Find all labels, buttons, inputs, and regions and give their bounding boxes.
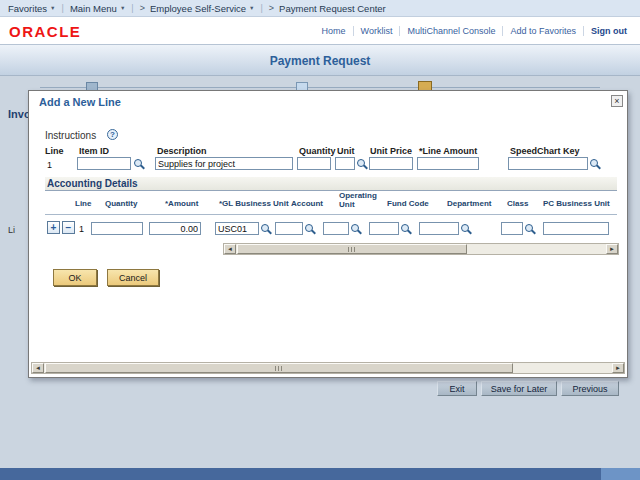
- add-new-line-modal: Add a New Line × Instructions ? Line Ite…: [28, 90, 628, 378]
- chevron-down-icon: ▼: [50, 5, 55, 11]
- application-window: Favorites ▼ | Main Menu ▼ | > Employee S…: [0, 0, 640, 480]
- header-link-home[interactable]: Home: [315, 26, 353, 36]
- breadcrumb-arrow-icon: >: [140, 3, 145, 13]
- pc-business-unit-input[interactable]: [543, 222, 609, 235]
- quantity-label: Quantity: [299, 146, 336, 156]
- grid-horizontal-scrollbar[interactable]: ◄ ►: [223, 243, 619, 255]
- fund-code-lookup-icon[interactable]: [400, 222, 412, 235]
- breadcrumb-bar: Favorites ▼ | Main Menu ▼ | > Employee S…: [0, 0, 640, 17]
- line-amount-label: *Line Amount: [419, 146, 477, 156]
- gl-business-unit-lookup-icon[interactable]: [260, 222, 272, 235]
- modal-title: Add a New Line: [39, 96, 121, 108]
- breadcrumb-item-main-menu[interactable]: Main Menu ▼: [70, 3, 125, 14]
- scroll-left-button[interactable]: ◄: [32, 363, 44, 373]
- grid-column-gl-business-unit: *GL Business Unit: [219, 199, 289, 208]
- grid-column-account: Account: [291, 199, 323, 208]
- header-link-worklist[interactable]: Worklist: [353, 26, 400, 36]
- grid-column-amount: *Amount: [165, 199, 198, 208]
- chevron-down-icon: ▼: [249, 5, 254, 11]
- clipped-line-label: Li: [8, 225, 15, 235]
- breadcrumb-label: Favorites: [8, 3, 47, 14]
- item-id-input[interactable]: [77, 157, 131, 170]
- breadcrumb-label: Main Menu: [70, 3, 117, 14]
- save-for-later-button[interactable]: Save for Later: [481, 381, 557, 396]
- grid-column-quantity: Quantity: [105, 199, 137, 208]
- help-icon[interactable]: ?: [107, 129, 118, 140]
- grid-column-operating-unit: Operating Unit: [339, 191, 377, 209]
- exit-button[interactable]: Exit: [437, 381, 477, 396]
- accounting-details-title: Accounting Details: [47, 178, 138, 189]
- delete-row-button[interactable]: −: [62, 221, 75, 234]
- breadcrumb-item-employee-self-service[interactable]: Employee Self-Service ▼: [150, 3, 255, 14]
- description-label: Description: [157, 146, 207, 156]
- speedchart-lookup-icon[interactable]: [589, 157, 601, 170]
- account-lookup-icon[interactable]: [304, 222, 316, 235]
- separator: |: [131, 3, 133, 13]
- instructions-label: Instructions: [45, 130, 96, 141]
- item-id-lookup-icon[interactable]: [133, 157, 145, 170]
- speedchart-key-input[interactable]: [508, 157, 588, 170]
- grid-column-fund-code: Fund Code: [387, 199, 429, 208]
- ok-button[interactable]: OK: [53, 269, 97, 286]
- scroll-thumb[interactable]: [237, 244, 467, 254]
- header-link-sign-out[interactable]: Sign out: [583, 26, 634, 36]
- footer-bar: [0, 468, 640, 480]
- account-input[interactable]: [275, 222, 303, 235]
- header-links: Home Worklist MultiChannel Console Add t…: [315, 26, 634, 36]
- line-value: 1: [47, 160, 52, 170]
- operating-unit-input[interactable]: [323, 222, 349, 235]
- accounting-details-section: Accounting Details: [45, 177, 617, 191]
- breadcrumb-label: Employee Self-Service: [150, 3, 246, 14]
- unit-label: Unit: [337, 146, 355, 156]
- wizard-progress-track: [40, 87, 600, 88]
- separator: |: [62, 3, 64, 13]
- line-amount-input[interactable]: [417, 157, 479, 170]
- fund-code-input[interactable]: [369, 222, 399, 235]
- oracle-logo: ORACLE: [9, 23, 81, 40]
- modal-horizontal-scrollbar[interactable]: ◄ ►: [31, 362, 625, 374]
- grid-amount-input[interactable]: [149, 222, 201, 235]
- scroll-thumb[interactable]: [45, 363, 513, 373]
- class-input[interactable]: [501, 222, 523, 235]
- header-link-multichannel-console[interactable]: MultiChannel Console: [399, 26, 502, 36]
- page-banner: Payment Request: [0, 44, 640, 76]
- grid-header-divider: [45, 214, 617, 215]
- department-input[interactable]: [419, 222, 459, 235]
- breadcrumb-item-payment-request-center[interactable]: Payment Request Center: [279, 3, 386, 14]
- operating-unit-lookup-icon[interactable]: [350, 222, 362, 235]
- grid-column-class: Class: [507, 199, 528, 208]
- breadcrumb-arrow-icon: >: [269, 3, 274, 13]
- unit-input[interactable]: [335, 157, 355, 170]
- add-row-button[interactable]: +: [47, 221, 60, 234]
- line-label: Line: [45, 146, 64, 156]
- grid-quantity-input[interactable]: [91, 222, 143, 235]
- unit-price-label: Unit Price: [370, 146, 412, 156]
- department-lookup-icon[interactable]: [460, 222, 472, 235]
- unit-price-input[interactable]: [369, 157, 413, 170]
- gl-business-unit-input[interactable]: [215, 222, 259, 235]
- grid-column-line: Line: [75, 199, 91, 208]
- quantity-input[interactable]: [297, 157, 331, 170]
- grid-line-value: 1: [79, 224, 84, 234]
- class-lookup-icon[interactable]: [524, 222, 536, 235]
- grid-column-department: Department: [447, 199, 491, 208]
- previous-button[interactable]: Previous: [561, 381, 619, 396]
- header-link-add-to-favorites[interactable]: Add to Favorites: [502, 26, 583, 36]
- scroll-right-button[interactable]: ►: [612, 363, 624, 373]
- page-title: Payment Request: [0, 54, 640, 68]
- unit-lookup-icon[interactable]: [356, 157, 368, 170]
- scroll-right-button[interactable]: ►: [606, 244, 618, 254]
- description-input[interactable]: [155, 157, 293, 170]
- cancel-button[interactable]: Cancel: [107, 269, 159, 286]
- breadcrumb-item-favorites[interactable]: Favorites ▼: [8, 3, 56, 14]
- close-button[interactable]: ×: [611, 95, 623, 107]
- scroll-left-button[interactable]: ◄: [224, 244, 236, 254]
- breadcrumb-label: Payment Request Center: [279, 3, 386, 14]
- separator: |: [261, 3, 263, 13]
- footer-accent: [601, 468, 640, 480]
- item-id-label: Item ID: [79, 146, 109, 156]
- chevron-down-icon: ▼: [120, 5, 125, 11]
- grid-column-pc-business-unit: PC Business Unit: [543, 199, 610, 208]
- speedchart-key-label: SpeedChart Key: [510, 146, 580, 156]
- header-bar: ORACLE Home Worklist MultiChannel Consol…: [0, 17, 640, 44]
